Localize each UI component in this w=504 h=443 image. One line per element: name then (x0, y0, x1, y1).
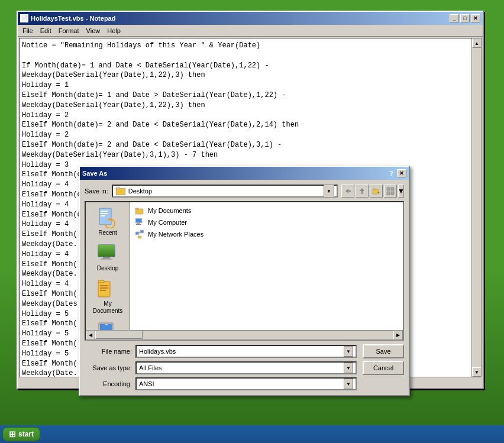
scroll-down-button[interactable]: ▼ (472, 367, 482, 377)
file-menu[interactable]: File (19, 26, 37, 35)
svg-rect-42 (141, 231, 143, 232)
savetype-value: All Files (139, 364, 344, 371)
horizontal-scrollbar[interactable]: ◀ ▶ (86, 330, 403, 339)
notepad-menubar: File Edit Format View Help (18, 25, 483, 37)
format-menu[interactable]: Format (55, 26, 83, 35)
encoding-dropdown-arrow[interactable]: ▼ (344, 379, 353, 389)
hscroll-track[interactable] (95, 331, 393, 339)
savein-dropdown-arrow[interactable]: ▼ (324, 185, 334, 198)
recent-icon (97, 207, 118, 228)
svg-rect-36 (136, 219, 141, 222)
svg-rect-18 (98, 280, 104, 283)
start-button[interactable]: ⊞ start (2, 427, 40, 441)
taskbar: ⊞ start (0, 425, 504, 443)
svg-text:+: + (377, 190, 380, 194)
encoding-value: ANSI (139, 380, 344, 387)
file-item-my-network-places[interactable]: My Network Places (133, 228, 400, 240)
maximize-button[interactable]: □ (460, 14, 470, 22)
new-folder-button[interactable]: + (370, 185, 383, 198)
saveas-title: Save As (82, 170, 107, 177)
minimize-button[interactable]: _ (450, 14, 459, 22)
close-button[interactable]: ✕ (471, 14, 480, 22)
svg-rect-8 (391, 192, 394, 195)
notepad-titlebar: 📄 HolidaysTest.vbs - Notepad _ □ ✕ (18, 12, 483, 25)
hscroll-thumb[interactable] (95, 331, 143, 339)
saveas-dialog: Save As ? ✕ Save in: Desktop ▼ (79, 166, 410, 396)
svg-rect-16 (101, 258, 112, 260)
savein-dropdown[interactable]: Desktop ▼ (112, 185, 338, 198)
views-button[interactable] (384, 185, 397, 198)
file-item-my-computer[interactable]: My Computer (133, 216, 400, 228)
file-item-my-documents[interactable]: My Documents (133, 205, 400, 216)
hscroll-left-button[interactable]: ◀ (86, 331, 95, 340)
help-menu[interactable]: Help (104, 26, 124, 35)
hscroll-right-button[interactable]: ▶ (393, 331, 403, 340)
notepad-icon: 📄 (20, 14, 28, 22)
encoding-label: Encoding: (85, 380, 132, 387)
svg-rect-7 (387, 192, 390, 195)
sidebar-my-documents-label: My Documents (88, 300, 127, 315)
savein-value: Desktop (128, 187, 324, 195)
sidebar-item-my-documents[interactable]: My Documents (87, 276, 128, 317)
views-dropdown-button[interactable]: ▼ (398, 185, 404, 198)
sidebar-item-desktop[interactable]: Desktop (87, 240, 128, 274)
filename-dropdown-arrow[interactable]: ▼ (344, 346, 353, 357)
action-buttons: Save (363, 344, 404, 358)
savetype-dropdown-arrow[interactable]: ▼ (344, 363, 353, 373)
svg-rect-26 (105, 324, 108, 325)
savetype-label: Save as type: (85, 364, 132, 371)
savetype-row: Save as type: All Files ▼ Cancel (85, 361, 404, 375)
sidebar-item-recent[interactable]: Recent (87, 205, 128, 239)
encoding-dropdown[interactable]: ANSI ▼ (135, 377, 357, 390)
my-documents-icon (97, 278, 118, 299)
start-windows-icon: ⊞ (9, 429, 16, 439)
svg-rect-20 (100, 287, 108, 289)
saveas-controls: ? ✕ (389, 169, 406, 177)
my-computer-icon (97, 321, 118, 330)
filename-input[interactable]: Holidays.vbs ▼ (135, 345, 357, 358)
savein-toolbar: + ▼ (341, 185, 404, 198)
svg-rect-40 (136, 232, 138, 234)
up-button[interactable] (356, 185, 369, 198)
file-name-my-network-places: My Network Places (148, 231, 203, 238)
svg-rect-19 (100, 285, 108, 286)
save-button[interactable]: Save (363, 344, 404, 358)
sidebar-recent-label: Recent (98, 229, 117, 237)
notepad-window-controls: _ □ ✕ (450, 14, 480, 22)
filename-row: File name: Holidays.vbs ▼ Save (85, 344, 404, 358)
notepad-title: 📄 HolidaysTest.vbs - Notepad (20, 14, 115, 22)
computer-icon-small (135, 218, 144, 227)
sidebar-item-my-computer[interactable]: My Computer (87, 318, 128, 330)
main-area: Recent (85, 201, 404, 341)
file-list-area[interactable]: My Documents My Computer (130, 202, 403, 330)
edit-menu[interactable]: Edit (37, 26, 55, 35)
svg-rect-1 (116, 187, 120, 189)
back-button[interactable] (341, 185, 354, 198)
back-icon (344, 187, 352, 195)
savein-folder-icon (115, 186, 126, 196)
view-menu[interactable]: View (83, 26, 104, 35)
sidebar-panel: Recent (86, 202, 130, 330)
saveas-body: Save in: Desktop ▼ (80, 180, 409, 395)
svg-rect-12 (101, 215, 105, 216)
savein-row: Save in: Desktop ▼ (85, 185, 404, 198)
cancel-button-container: Cancel (363, 361, 404, 375)
vertical-scrollbar[interactable]: ▲ ▼ (471, 38, 481, 377)
scroll-up-button[interactable]: ▲ (472, 38, 482, 48)
folder-icon-my-documents (135, 206, 144, 215)
file-name-my-documents: My Documents (148, 207, 191, 214)
help-button[interactable]: ? (389, 170, 393, 177)
svg-rect-3 (373, 189, 375, 190)
savein-label: Save in: (85, 187, 108, 195)
encoding-row: Encoding: ANSI ▼ (85, 377, 404, 390)
svg-line-43 (139, 231, 140, 233)
saveas-titlebar: Save As ? ✕ (80, 167, 409, 180)
savetype-dropdown[interactable]: All Files ▼ (135, 361, 357, 374)
views-icon (386, 187, 395, 195)
cancel-button[interactable]: Cancel (363, 361, 404, 375)
filename-label: File name: (85, 348, 132, 355)
svg-rect-44 (138, 236, 141, 238)
saveas-close-button[interactable]: ✕ (397, 169, 406, 177)
svg-rect-15 (103, 257, 110, 258)
svg-rect-17 (98, 282, 110, 297)
